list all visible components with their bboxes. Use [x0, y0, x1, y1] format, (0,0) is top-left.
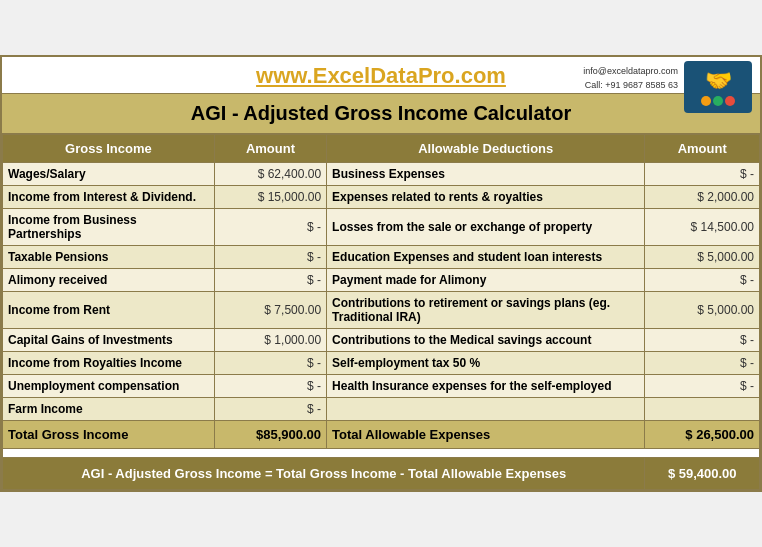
income-label: Unemployment compensation	[3, 375, 215, 398]
deduction-label: Education Expenses and student loan inte…	[327, 246, 645, 269]
total-gross-amount: $85,900.00	[214, 421, 326, 449]
income-amount: $ -	[214, 246, 326, 269]
calculator-container: www.ExcelDataPro.com info@exceldatapro.c…	[0, 55, 762, 492]
table-row: Income from Royalties Income$ -Self-empl…	[3, 352, 760, 375]
agi-result-row: AGI - Adjusted Gross Income = Total Gros…	[3, 458, 760, 490]
deduction-amount: $ -	[645, 269, 760, 292]
income-label: Wages/Salary	[3, 163, 215, 186]
deduction-label: Losses from the sale or exchange of prop…	[327, 209, 645, 246]
deduction-amount: $ -	[645, 375, 760, 398]
logo-circle-1	[701, 96, 711, 106]
income-amount: $ 15,000.00	[214, 186, 326, 209]
total-deductions-amount: $ 26,500.00	[645, 421, 760, 449]
deduction-label	[327, 398, 645, 421]
amount2-header: Amount	[645, 135, 760, 163]
column-header-row: Gross Income Amount Allowable Deductions…	[3, 135, 760, 163]
income-amount: $ -	[214, 269, 326, 292]
deduction-label: Self-employment tax 50 %	[327, 352, 645, 375]
amount1-header: Amount	[214, 135, 326, 163]
deduction-amount: $ 2,000.00	[645, 186, 760, 209]
table-row: Alimony received$ -Payment made for Alim…	[3, 269, 760, 292]
app-title: AGI - Adjusted Gross Income Calculator	[191, 102, 571, 124]
logo-circle-3	[725, 96, 735, 106]
income-amount: $ 1,000.00	[214, 329, 326, 352]
deduction-amount: $ -	[645, 329, 760, 352]
deduction-amount: $ 5,000.00	[645, 292, 760, 329]
gross-income-header: Gross Income	[3, 135, 215, 163]
allowable-deductions-header: Allowable Deductions	[327, 135, 645, 163]
logo-circle-2	[713, 96, 723, 106]
table-row: Capital Gains of Investments$ 1,000.00Co…	[3, 329, 760, 352]
deduction-label: Contributions to retirement or savings p…	[327, 292, 645, 329]
income-label: Capital Gains of Investments	[3, 329, 215, 352]
deduction-label: Business Expenses	[327, 163, 645, 186]
deduction-label: Contributions to the Medical savings acc…	[327, 329, 645, 352]
total-gross-value: 85,900.00	[263, 427, 321, 442]
total-gross-label: Total Gross Income	[3, 421, 215, 449]
site-logo: 🤝	[684, 61, 752, 113]
income-amount: $ -	[214, 375, 326, 398]
header-info: info@exceldatapro.com Call: +91 9687 858…	[583, 65, 678, 92]
deduction-amount: $ 14,500.00	[645, 209, 760, 246]
agi-amount: $ 59,400.00	[645, 458, 760, 490]
table-row: Income from Interest & Dividend.$ 15,000…	[3, 186, 760, 209]
deduction-amount: $ -	[645, 163, 760, 186]
app-title-bar: AGI - Adjusted Gross Income Calculator	[2, 93, 760, 134]
total-deductions-currency: $	[685, 427, 692, 442]
deduction-label: Expenses related to rents & royalties	[327, 186, 645, 209]
income-amount: $ 7,500.00	[214, 292, 326, 329]
income-label: Farm Income	[3, 398, 215, 421]
header: www.ExcelDataPro.com info@exceldatapro.c…	[2, 57, 760, 93]
table-row: Income from Business Partnerships$ -Loss…	[3, 209, 760, 246]
agi-label: AGI - Adjusted Gross Income = Total Gros…	[3, 458, 645, 490]
main-table: Gross Income Amount Allowable Deductions…	[2, 134, 760, 490]
income-label: Income from Rent	[3, 292, 215, 329]
income-amount: $ -	[214, 209, 326, 246]
income-label: Taxable Pensions	[3, 246, 215, 269]
deduction-amount	[645, 398, 760, 421]
total-row: Total Gross Income $85,900.00 Total Allo…	[3, 421, 760, 449]
total-deductions-label: Total Allowable Expenses	[327, 421, 645, 449]
income-amount: $ 62,400.00	[214, 163, 326, 186]
info-call: Call: +91 9687 8585 63	[583, 79, 678, 93]
info-email: info@exceldatapro.com	[583, 65, 678, 79]
income-label: Income from Business Partnerships	[3, 209, 215, 246]
income-label: Income from Interest & Dividend.	[3, 186, 215, 209]
agi-currency: $	[668, 466, 675, 481]
deduction-label: Payment made for Alimony	[327, 269, 645, 292]
table-row: Farm Income$ -	[3, 398, 760, 421]
income-amount: $ -	[214, 398, 326, 421]
total-deductions-value: 26,500.00	[696, 427, 754, 442]
income-label: Income from Royalties Income	[3, 352, 215, 375]
table-row: Unemployment compensation$ -Health Insur…	[3, 375, 760, 398]
logo-icon: 🤝	[705, 68, 732, 94]
table-row: Income from Rent$ 7,500.00Contributions …	[3, 292, 760, 329]
income-label: Alimony received	[3, 269, 215, 292]
table-row: Taxable Pensions$ -Education Expenses an…	[3, 246, 760, 269]
logo-circles	[701, 96, 735, 106]
deduction-amount: $ -	[645, 352, 760, 375]
agi-value: 59,400.00	[679, 466, 737, 481]
deduction-label: Health Insurance expenses for the self-e…	[327, 375, 645, 398]
income-amount: $ -	[214, 352, 326, 375]
spacer-row	[3, 449, 760, 458]
table-row: Wages/Salary$ 62,400.00Business Expenses…	[3, 163, 760, 186]
deduction-amount: $ 5,000.00	[645, 246, 760, 269]
